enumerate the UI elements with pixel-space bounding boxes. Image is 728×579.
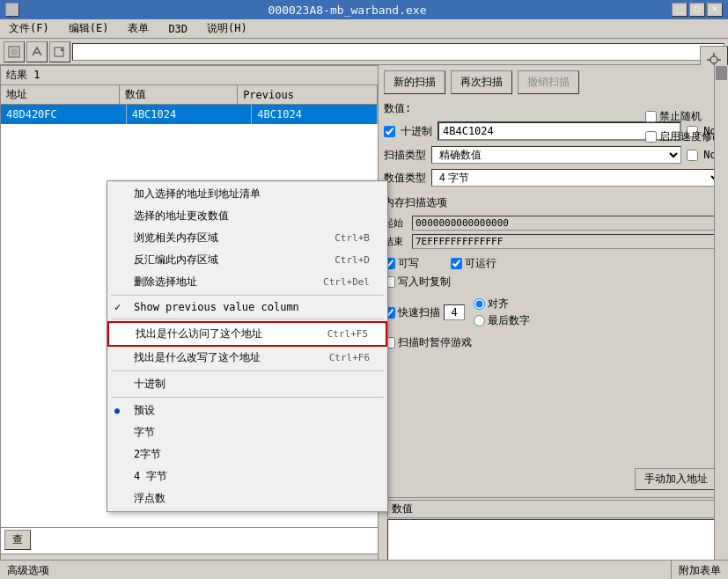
scan-type-label: 扫描类型 — [384, 148, 426, 163]
ctx-float[interactable]: 浮点数 — [107, 487, 387, 509]
manual-add-row: 手动加入地址 — [384, 465, 723, 494]
header-value: 数值 — [120, 85, 239, 104]
ctx-separator-2 — [111, 319, 384, 319]
fast-scan-check[interactable]: 快速扫描 — [384, 305, 440, 320]
app-icon — [5, 3, 19, 17]
ctx-byte[interactable]: 字节 — [107, 421, 387, 443]
ctx-separator-1 — [111, 295, 384, 296]
runnable-check[interactable]: 可运行 — [451, 256, 496, 271]
last-digit-radio[interactable]: 最后数字 — [474, 313, 530, 328]
status-left[interactable]: 高级选项 — [0, 561, 672, 579]
menu-file[interactable]: 文件(F) — [4, 19, 55, 38]
writable-check[interactable]: 可写 — [384, 256, 419, 271]
scan-type-row: 扫描类型 精确数值 Not — [384, 146, 723, 164]
toolbar-btn-2[interactable] — [26, 41, 48, 62]
query-btn[interactable]: 查 — [4, 530, 31, 550]
minimize-btn[interactable]: _ — [672, 3, 688, 17]
right-panel: 新的扫描 再次扫描 撤销扫描 数值: 十进制 4B4C1024 Not 扫描类型… — [379, 65, 728, 579]
cell-previous: 4BC1024 — [252, 105, 378, 124]
ctx-separator-4 — [111, 397, 384, 398]
ctx-show-previous-column[interactable]: Show previous value column — [107, 297, 387, 317]
fast-scan-value[interactable]: 4 — [444, 304, 465, 320]
left-panel: 结果 1 地址 数值 Previous 48D420FC 4BC1024 4BC… — [0, 65, 379, 579]
copy-on-write-check[interactable]: 写入时复制 — [384, 275, 451, 290]
fast-scan-row: 快速扫描 4 对齐 最后数字 — [384, 297, 723, 328]
results-label: 结果 1 — [1, 66, 378, 85]
options-row: 可写 可运行 — [384, 256, 723, 271]
toolbar-btn-1[interactable] — [4, 41, 25, 62]
ctx-change-value[interactable]: 选择的地址更改数值 — [107, 205, 387, 227]
ctx-delete-address[interactable]: 删除选择地址 Ctrl+Del — [107, 271, 387, 293]
main-container: 结果 1 地址 数值 Previous 48D420FC 4BC1024 4BC… — [0, 65, 728, 579]
menu-edit[interactable]: 编辑(E) — [63, 19, 114, 38]
scan-buttons: 新的扫描 再次扫描 撤销扫描 — [384, 70, 723, 94]
hex-checkbox[interactable] — [384, 126, 395, 137]
status-bar: 高级选项 附加表单 — [0, 560, 728, 579]
header-previous: Previous — [238, 85, 378, 104]
scrollbar-thumb — [716, 66, 727, 80]
end-range-row: 结束 7EFFFFFFFFFFFFF — [384, 234, 723, 249]
no-random-check[interactable]: 禁止随机 — [645, 109, 723, 124]
svg-rect-1 — [11, 48, 18, 55]
ctx-decimal[interactable]: 十进制 — [107, 373, 387, 395]
align-radio[interactable]: 对齐 — [474, 297, 530, 311]
close-btn[interactable]: ✕ — [707, 3, 723, 17]
start-range-row: 起始 0000000000000000 — [384, 216, 723, 231]
new-scan-btn[interactable]: 新的扫描 — [384, 70, 445, 94]
maximize-btn[interactable]: □ — [689, 3, 705, 17]
scrollbar-v[interactable] — [714, 65, 728, 579]
not-checkbox-2[interactable] — [687, 150, 698, 161]
align-section: 对齐 最后数字 — [474, 297, 530, 328]
ctx-find-write[interactable]: 找出是什么改写了这个地址 Ctrl+F6 — [107, 347, 387, 369]
ctx-disassemble[interactable]: 反汇编此内存区域 Ctrl+D — [107, 249, 387, 271]
left-bottom: 查 — [1, 527, 378, 552]
svg-point-4 — [710, 56, 717, 63]
copy-on-write-row: 写入时复制 — [384, 275, 723, 290]
ctx-preset[interactable]: 预设 — [107, 399, 387, 421]
ctx-browse-memory[interactable]: 浏览相关内存区域 Ctrl+B — [107, 227, 387, 249]
value-type-select[interactable]: 4 字节 — [431, 169, 723, 187]
context-menu: 加入选择的地址到地址清单 选择的地址更改数值 浏览相关内存区域 Ctrl+B 反… — [107, 180, 388, 512]
end-input[interactable]: 7EFFFFFFFFFFFFF — [412, 234, 723, 249]
scan-type-select[interactable]: 精确数值 — [431, 146, 681, 164]
value-table-header: 数值 — [387, 500, 719, 518]
status-right[interactable]: 附加表单 — [672, 561, 728, 579]
cell-address: 48D420FC — [1, 105, 127, 124]
pause-game-check[interactable]: 扫描时暂停游戏 — [384, 335, 472, 350]
value-type-label: 数值类型 — [384, 171, 426, 186]
toolbar-btn-3[interactable] — [49, 41, 70, 62]
ctx-add-address[interactable]: 加入选择的地址到地址清单 — [107, 183, 387, 205]
pause-game-row: 扫描时暂停游戏 — [384, 335, 723, 350]
hex-label: 十进制 — [401, 124, 432, 139]
right-checkboxes: 禁止随机 启用速度修改 — [645, 109, 723, 144]
rescan-btn[interactable]: 再次扫描 — [451, 70, 512, 94]
toolbar — [0, 39, 728, 65]
table-header: 地址 数值 Previous — [1, 85, 378, 105]
query-row: 查 — [1, 527, 378, 552]
speed-fix-check[interactable]: 启用速度修改 — [645, 129, 723, 144]
value-type-row: 数值类型 4 字节 — [384, 169, 723, 187]
start-input[interactable]: 0000000000000000 — [412, 216, 723, 231]
cancel-scan-btn[interactable]: 撤销扫描 — [518, 70, 579, 94]
ctx-4byte[interactable]: 4 字节 — [107, 465, 387, 487]
menu-help[interactable]: 说明(H) — [202, 19, 253, 38]
memory-scan-label: 内存扫描选项 — [384, 195, 723, 210]
cell-value: 4BC1024 — [127, 105, 253, 124]
value-label: 数值: — [384, 101, 411, 116]
address-bar[interactable] — [72, 43, 724, 61]
ctx-separator-3 — [111, 370, 384, 371]
header-address: 地址 — [1, 85, 120, 104]
ctx-find-access[interactable]: 找出是什么访问了这个地址 Ctrl+F5 — [107, 321, 387, 347]
title-bar-text: 000023A8-mb_warband.exe — [23, 4, 672, 17]
menu-bar: 文件(F) 编辑(E) 表单 D3D 说明(H) — [0, 19, 728, 39]
table-row[interactable]: 48D420FC 4BC1024 4BC1024 — [1, 105, 378, 124]
manual-add-btn[interactable]: 手动加入地址 — [635, 468, 717, 490]
menu-table[interactable]: 表单 — [122, 19, 154, 38]
ctx-2byte[interactable]: 2字节 — [107, 443, 387, 465]
menu-d3d[interactable]: D3D — [163, 21, 193, 37]
title-bar: 000023A8-mb_warband.exe _ □ ✕ — [0, 0, 728, 19]
